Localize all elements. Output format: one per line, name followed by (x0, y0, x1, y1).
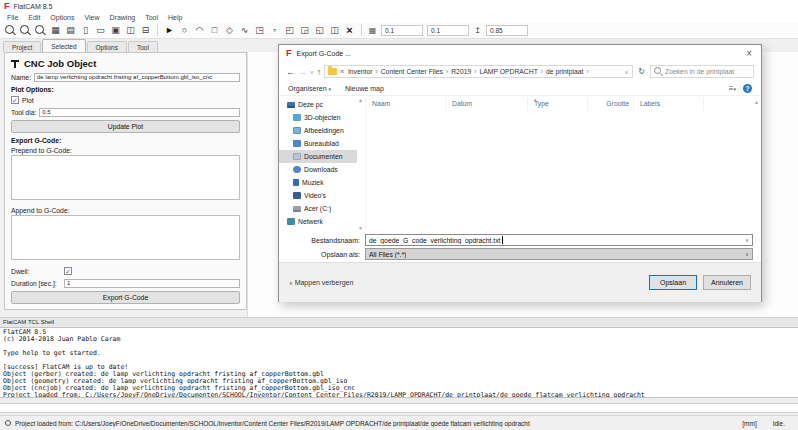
name-input[interactable] (34, 73, 240, 82)
update-plot-button[interactable]: Update Plot (11, 120, 240, 133)
breadcrumb-item[interactable]: de printplaat (544, 68, 585, 75)
column-header[interactable]: Type (528, 98, 588, 111)
tree-item[interactable]: Acer (C:) (279, 202, 357, 215)
saveas-select[interactable]: All Files (*.*) ∨ (365, 248, 753, 260)
tree-item[interactable]: Muziek (279, 176, 357, 189)
cut-tool-icon[interactable]: ◱ (312, 24, 327, 37)
up-icon[interactable]: ↑ (317, 67, 322, 77)
zoom-out-icon[interactable] (18, 24, 33, 37)
column-header[interactable]: Datum (446, 98, 528, 111)
column-header[interactable]: Naam (366, 98, 446, 111)
file-list[interactable]: NaamDatumTypeGrootteLabels ▴ ▲ (365, 96, 761, 232)
copy-object-icon[interactable]: ◳ (252, 24, 267, 37)
arc-tool-icon[interactable]: ◠ (192, 24, 207, 37)
tree-item[interactable]: Documenten (279, 150, 357, 163)
prepend-textarea[interactable] (11, 155, 240, 200)
open-project-icon[interactable]: ▭ (93, 24, 108, 37)
menu-item[interactable]: Help (163, 14, 187, 21)
delete-icon[interactable]: × (342, 24, 357, 37)
saveas-dropdown-icon[interactable]: ∨ (745, 251, 749, 257)
plot-checkbox[interactable]: ✓ (11, 96, 19, 104)
breadcrumb-item[interactable]: Content Center Files (379, 68, 445, 75)
scroll-down-icon[interactable]: ▼ (358, 225, 363, 231)
tab-tool[interactable]: Tool (128, 41, 158, 52)
replot-icon[interactable]: ▦ (48, 24, 63, 37)
circle-tool-icon[interactable]: ○ (177, 24, 192, 37)
shell-icon[interactable]: ⊟ (138, 24, 153, 37)
shell-command-input[interactable] (0, 403, 798, 413)
tree-item[interactable]: Deze pc (279, 98, 357, 111)
tree-item[interactable]: Netwerk (279, 215, 357, 228)
filename-input[interactable]: de_goede_G_code_verlichting_opdracht.txt… (365, 234, 753, 246)
tool-dia-input[interactable] (39, 108, 240, 117)
tab-project[interactable]: Project (3, 41, 41, 52)
shell-console[interactable]: FlatCAM 8.5(c) 2014-2018 Juan Pablo Cara… (0, 327, 798, 398)
save-project-icon[interactable]: ▣ (108, 24, 123, 37)
union-tool-icon[interactable]: ◰ (282, 24, 297, 37)
buffer-tool-icon[interactable]: ▫ (267, 24, 282, 37)
breadcrumb-overflow-icon[interactable]: « (340, 68, 344, 75)
new-project-icon[interactable]: ▯ (78, 24, 93, 37)
refresh-icon[interactable]: ↻ (636, 67, 647, 76)
forward-icon[interactable]: → (298, 67, 307, 77)
menu-item[interactable]: Options (45, 14, 79, 21)
address-dropdown-icon[interactable]: ∨ (625, 69, 630, 75)
tree-item[interactable]: Video's (279, 189, 357, 202)
grid-y-input[interactable]: 0.1 (427, 25, 469, 36)
recent-locations-icon[interactable]: ∨ (310, 67, 314, 77)
rectangle-tool-icon[interactable]: □ (207, 24, 222, 37)
new-folder-button[interactable]: Nieuwe map (345, 85, 384, 92)
tree-item[interactable]: Bureaublad (279, 137, 357, 150)
scroll-up-icon[interactable]: ▲ (358, 97, 363, 103)
duration-input[interactable] (64, 279, 240, 288)
append-textarea[interactable] (11, 215, 240, 260)
dwell-checkbox[interactable]: ✓ (64, 267, 72, 275)
zoom-level-icon[interactable]: ↥ (471, 24, 484, 36)
pointer-tool-icon[interactable]: ► (162, 24, 177, 37)
breadcrumb-item[interactable]: Inventor (346, 68, 375, 75)
search-input[interactable] (665, 68, 754, 75)
search-box[interactable] (650, 65, 754, 78)
menu-item[interactable]: Tool (140, 14, 163, 21)
hide-folders-button[interactable]: ∧ Mappen verbergen (289, 279, 353, 286)
tab-options[interactable]: Options (87, 41, 127, 52)
back-icon[interactable]: ← (286, 67, 295, 77)
tree-item[interactable]: Afbeeldingen (279, 124, 357, 137)
tree-item[interactable]: Downloads (279, 163, 357, 176)
menu-item[interactable]: Drawing (105, 14, 141, 21)
address-bar[interactable]: « Inventor›Content Center Files›R2019›LA… (324, 65, 633, 78)
grid-x-input[interactable]: 0.1 (381, 25, 423, 36)
breadcrumb-item[interactable]: R2019 (449, 68, 473, 75)
tree-item[interactable]: 3D-objecten (279, 111, 357, 124)
zoom-in-icon[interactable] (33, 24, 48, 37)
tree-scrollbar[interactable]: ▲ ▼ (357, 96, 365, 232)
close-icon[interactable]: × (744, 49, 754, 59)
join-tool-icon[interactable]: ◫ (327, 24, 342, 37)
path-tool-icon[interactable]: ∿ (237, 24, 252, 37)
clear-plot-icon[interactable]: ▤ (63, 24, 78, 37)
cancel-button[interactable]: Annuleren (703, 275, 751, 290)
save-as-icon[interactable]: ◫ (123, 24, 138, 37)
chevron-right-icon[interactable]: › (585, 68, 589, 75)
zoom-fit-icon[interactable] (3, 24, 18, 37)
zoom-level-input[interactable]: 0.85 (486, 25, 528, 36)
tab-selected[interactable]: Selected (42, 39, 85, 52)
column-header[interactable]: Grootte (588, 98, 634, 111)
menu-item[interactable]: File (2, 14, 23, 21)
menu-item[interactable]: View (79, 14, 104, 21)
grid-snap-icon[interactable]: ▦ (366, 24, 379, 36)
export-gcode-button[interactable]: Export G-Code (11, 291, 240, 304)
subtract-tool-icon[interactable]: ◲ (297, 24, 312, 37)
title-bar: F FlatCAM 8.5 (0, 0, 798, 12)
menu-item[interactable]: Edit (23, 14, 45, 21)
filename-dropdown-icon[interactable]: ∨ (745, 237, 749, 243)
column-headers: NaamDatumTypeGrootteLabels (366, 96, 761, 111)
organize-menu[interactable]: Organiseren ▾ (288, 85, 331, 92)
polygon-tool-icon[interactable]: ◇ (222, 24, 237, 37)
list-scroll-up-icon[interactable]: ▲ (754, 99, 759, 105)
save-button[interactable]: Opslaan (649, 275, 697, 290)
column-header[interactable]: Labels (634, 98, 704, 111)
help-icon[interactable]: ? (743, 84, 752, 93)
breadcrumb-item[interactable]: LAMP OPDRACHT (477, 68, 539, 75)
view-options-button[interactable]: ≡▾ (729, 84, 736, 93)
